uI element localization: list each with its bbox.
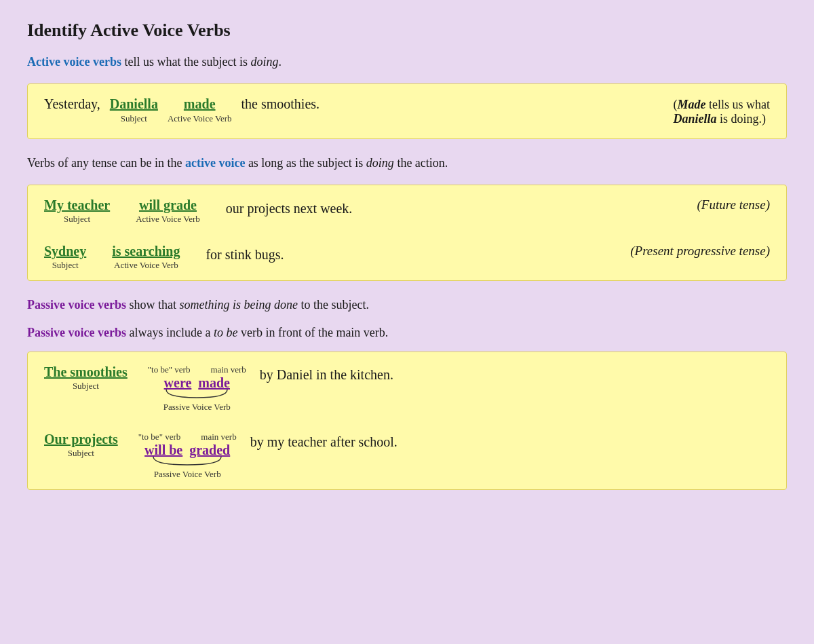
subject-label-1: Subject (121, 113, 147, 124)
pv-rest-2: by my teacher after school. (250, 432, 398, 450)
verb-word-2: will grade (139, 197, 197, 213)
verb-word-1: made (184, 96, 216, 112)
paragraph-2: Verbs of any tense can be in the active … (27, 154, 787, 172)
sentence-1: Yesterday, (44, 96, 100, 112)
passive-label-1: Passive Voice Verb (163, 402, 231, 413)
tobe-label-2: "to be" verb (138, 432, 181, 442)
main-label-2: main verb (201, 432, 236, 442)
subject-label-3: Subject (52, 260, 79, 271)
subject-word-1: Daniella (110, 96, 158, 112)
verb-label-2: Active Voice Verb (136, 214, 200, 225)
verb-part-1: made Active Voice Verb (168, 96, 232, 124)
pv-subject-1: The smoothies (44, 364, 128, 380)
tobe-label-1: "to be" verb (148, 364, 191, 375)
pv-label-2: Passive voice verbs (27, 326, 126, 339)
page-title: Identify Active Voice Verbs (27, 20, 787, 41)
pv-italic-2: to be (214, 326, 238, 339)
prefix-1: Yesterday, (44, 96, 100, 112)
active-voice-highlight: active voice (185, 156, 245, 170)
example-box-2: My teacher Subject will grade Active Voi… (27, 185, 787, 281)
pv-subject-group-2: Our projects Subject (44, 432, 118, 459)
rest-1: the smoothies. (241, 96, 320, 112)
pv-subject-label-2: Subject (68, 448, 94, 459)
pv-para-1: Passive voice verbs show that something … (27, 296, 787, 314)
rest-3: for stink bugs. (206, 244, 284, 265)
intro-paragraph: Active voice verbs tell us what the subj… (27, 53, 787, 71)
main-label-1: main verb (210, 364, 246, 375)
doing-italic-2: doing (366, 156, 394, 170)
subject-group-3: Sydney Subject (44, 244, 86, 271)
pv-example-2: Our projects Subject "to be" verb main v… (44, 432, 770, 480)
rest-2: our projects next week. (226, 197, 353, 219)
subject-group-2: My teacher Subject (44, 197, 110, 225)
pv-subject-2: Our projects (44, 432, 118, 447)
verb-group-3: is searching Active Voice Verb (112, 244, 180, 271)
subject-part-1: Daniella Subject (110, 96, 158, 124)
passive-label-2: Passive Voice Verb (154, 469, 221, 480)
pv-para-2: Passive voice verbs always include a to … (27, 324, 787, 342)
subject-word-2: My teacher (44, 197, 110, 213)
intro-italic: doing (250, 55, 278, 69)
verb-label-1: Active Voice Verb (168, 113, 232, 124)
verb-label-3: Active Voice Verb (114, 260, 178, 271)
example-box-1: Yesterday, Daniella Subject made Active … (27, 83, 787, 139)
pv-box: The smoothies Subject "to be" verb main … (27, 352, 787, 490)
active-voice-verbs-label: Active voice verbs (27, 55, 121, 69)
pv-verb-complex-2: "to be" verb main verb will be graded Pa… (138, 432, 237, 480)
brace-svg-1 (163, 388, 231, 400)
note-1: (Made tells us what Daniella is doing.) (660, 96, 771, 126)
tense-note-1: (Future tense) (677, 197, 770, 212)
subject-label-2: Subject (64, 214, 90, 225)
pv-italic-1: something is being done (179, 298, 297, 311)
brace-svg-2 (150, 455, 225, 468)
note-made: Made (678, 98, 706, 111)
av-example-1: My teacher Subject will grade Active Voi… (44, 197, 770, 225)
pv-label-1: Passive voice verbs (27, 298, 126, 311)
pv-verb-complex-1: "to be" verb main verb were made Passive… (148, 364, 246, 413)
verb-group-2: will grade Active Voice Verb (136, 197, 200, 225)
example-row-1: Yesterday, Daniella Subject made Active … (44, 96, 770, 126)
pv-example-1: The smoothies Subject "to be" verb main … (44, 364, 770, 413)
av-example-2: Sydney Subject is searching Active Voice… (44, 244, 770, 271)
pv-rest-1: by Daniel in the kitchen. (260, 364, 393, 383)
subject-word-3: Sydney (44, 244, 86, 259)
note-daniella: Daniella (674, 112, 717, 126)
pv-subject-group-1: The smoothies Subject (44, 364, 128, 392)
pv-subject-label-1: Subject (73, 381, 99, 392)
tense-note-2: (Present progressive tense) (610, 244, 770, 259)
verb-word-3: is searching (112, 244, 180, 259)
intro-text-after: tell us what the subject is (121, 55, 250, 69)
